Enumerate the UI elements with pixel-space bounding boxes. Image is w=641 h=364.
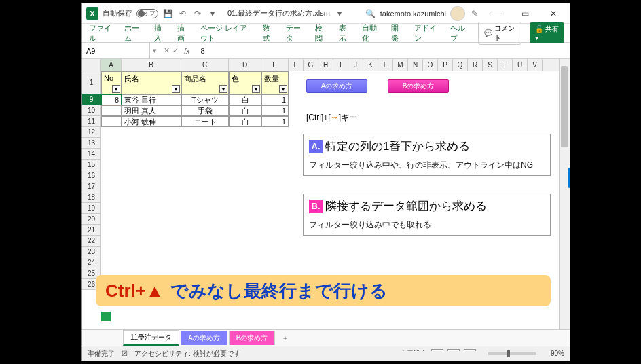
autosave-toggle[interactable]: [136, 9, 158, 18]
undo-icon[interactable]: ↶: [177, 8, 188, 19]
colhead-t[interactable]: T: [498, 59, 513, 71]
cell-e9[interactable]: 1: [261, 94, 289, 105]
tab-help[interactable]: ヘルプ: [449, 20, 470, 46]
name-box[interactable]: A9: [82, 43, 150, 58]
save-icon[interactable]: 💾: [162, 8, 173, 19]
filter-icon[interactable]: ▾: [112, 85, 120, 93]
cell-a9[interactable]: 8: [101, 94, 122, 105]
maximize-button[interactable]: ▭: [513, 4, 537, 23]
tab-insert[interactable]: 挿入: [153, 20, 168, 46]
accessibility-icon[interactable]: ☒: [122, 350, 128, 357]
header-no[interactable]: No▾: [101, 71, 122, 94]
formula-input[interactable]: 8: [197, 47, 209, 55]
colhead-q[interactable]: Q: [453, 59, 468, 71]
header-item[interactable]: 商品名▾: [181, 71, 229, 94]
redo-icon[interactable]: ↷: [192, 8, 203, 19]
header-name[interactable]: 氏名▾: [122, 71, 181, 94]
colhead-u[interactable]: U: [513, 59, 528, 71]
select-all-corner[interactable]: [82, 59, 101, 71]
close-button[interactable]: ✕: [541, 4, 566, 23]
colhead-n[interactable]: N: [408, 59, 423, 71]
tab-formulas[interactable]: 数式: [261, 20, 276, 46]
filter-icon[interactable]: ▾: [279, 85, 287, 93]
cell-e10[interactable]: 1: [261, 105, 289, 116]
avatar[interactable]: [450, 6, 465, 21]
rowhead-14[interactable]: 14: [82, 149, 101, 160]
rowhead-15[interactable]: 15: [82, 160, 101, 170]
pen-icon[interactable]: ✎: [469, 8, 480, 19]
rowhead-16[interactable]: 16: [82, 170, 101, 181]
rowhead-9[interactable]: 9: [82, 94, 101, 105]
minimize-button[interactable]: ―: [484, 4, 509, 23]
colhead-o[interactable]: O: [423, 59, 438, 71]
colhead-p[interactable]: P: [438, 59, 453, 71]
colhead-m[interactable]: M: [393, 59, 408, 71]
tab-draw[interactable]: 描画: [176, 20, 191, 46]
rowhead-17[interactable]: 17: [82, 181, 101, 192]
fx-icon[interactable]: fx: [184, 47, 190, 55]
cell-e11[interactable]: 1: [261, 116, 289, 127]
accept-formula-icon[interactable]: ✓: [172, 46, 179, 55]
cell-d11[interactable]: 白: [229, 116, 261, 127]
sheet-tab-b[interactable]: Bの求め方: [229, 331, 276, 345]
rowhead-18[interactable]: 18: [82, 192, 101, 203]
rowhead-19[interactable]: 19: [82, 203, 101, 214]
colhead-v[interactable]: V: [528, 59, 543, 71]
comments-button[interactable]: 💬 コメント: [478, 22, 521, 45]
colhead-b[interactable]: B: [122, 59, 181, 71]
cell-d9[interactable]: 白: [229, 94, 261, 105]
sheet-tab-active[interactable]: 11受注データ: [123, 330, 179, 346]
add-sheet-button[interactable]: ＋: [276, 331, 294, 345]
cancel-formula-icon[interactable]: ✕: [164, 46, 170, 55]
method-b-button[interactable]: Bの求め方: [388, 79, 449, 93]
qat-dropdown-icon[interactable]: ▾: [207, 8, 218, 19]
rowhead-23[interactable]: 23: [82, 247, 101, 257]
colhead-s[interactable]: S: [483, 59, 498, 71]
cell-b11[interactable]: 小河 敏伸: [122, 116, 181, 127]
tab-addins[interactable]: アドイン: [413, 20, 440, 46]
rowhead-21[interactable]: 21: [82, 225, 101, 236]
zoom-level[interactable]: 90%: [551, 350, 564, 357]
namebox-dropdown-icon[interactable]: ▾: [150, 46, 160, 55]
rowhead-12[interactable]: 12: [82, 127, 101, 138]
zoom-slider[interactable]: [488, 352, 536, 355]
colhead-h[interactable]: H: [318, 59, 333, 71]
cell-a10[interactable]: [101, 105, 122, 116]
tab-developer[interactable]: 開発: [390, 20, 405, 46]
method-a-button[interactable]: Aの求め方: [306, 79, 367, 93]
rowhead-13[interactable]: 13: [82, 138, 101, 149]
rowhead-20[interactable]: 20: [82, 214, 101, 225]
sheet-tab-a[interactable]: Aの求め方: [181, 331, 227, 345]
accessibility-text[interactable]: アクセシビリティ: 検討が必要です: [134, 349, 240, 359]
colhead-a[interactable]: A: [101, 59, 122, 71]
rowhead-1[interactable]: 1: [82, 71, 101, 94]
colhead-r[interactable]: R: [468, 59, 483, 71]
tab-review[interactable]: 校閲: [314, 20, 329, 46]
colhead-d[interactable]: D: [229, 59, 261, 71]
cell-c9[interactable]: Tシャツ: [181, 94, 229, 105]
header-color[interactable]: 色▾: [229, 71, 261, 94]
tab-home[interactable]: ホーム: [123, 20, 144, 46]
share-button[interactable]: 🔓 共有 ▾: [530, 22, 564, 43]
rowhead-10[interactable]: 10: [82, 105, 101, 116]
worksheet-grid[interactable]: A B C D E F G H I J K L M N O P Q R S T …: [82, 59, 570, 329]
tab-pagelayout[interactable]: ページ レイアウト: [199, 20, 253, 46]
cell-c11[interactable]: コート: [181, 116, 229, 127]
colhead-f[interactable]: F: [289, 59, 304, 71]
filter-icon[interactable]: ▾: [172, 85, 180, 93]
cell-a11[interactable]: [101, 116, 122, 127]
header-qty[interactable]: 数量▾: [261, 71, 289, 94]
filename-dropdown-icon[interactable]: ▾: [334, 8, 345, 19]
colhead-c[interactable]: C: [181, 59, 229, 71]
rowhead-24[interactable]: 24: [82, 257, 101, 268]
colhead-k[interactable]: K: [363, 59, 378, 71]
vertical-scrollbar[interactable]: [559, 59, 570, 329]
filter-icon[interactable]: ▾: [219, 85, 227, 93]
tab-automate[interactable]: 自動化: [361, 20, 382, 46]
side-panel-handle[interactable]: [568, 168, 570, 188]
colhead-g[interactable]: G: [304, 59, 318, 71]
filter-icon[interactable]: ▾: [252, 85, 260, 93]
cell-c10[interactable]: 手袋: [181, 105, 229, 116]
search-icon[interactable]: 🔍: [365, 8, 376, 19]
cell-d10[interactable]: 白: [229, 105, 261, 116]
